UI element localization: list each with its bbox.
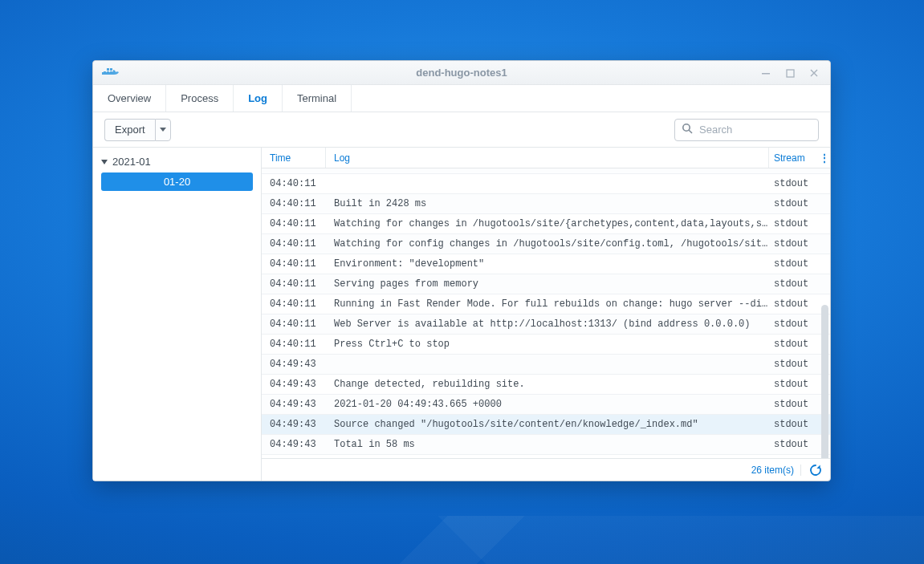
svg-rect-3 [107, 68, 109, 71]
log-cell-message: Total in 58 ms [326, 439, 769, 450]
item-count-label: 26 item(s) [751, 465, 801, 476]
log-cell-stream: stdout [769, 298, 819, 310]
log-cell-message: Built in 2428 ms [326, 198, 769, 209]
date-side-panel: 2021-01 01-20 [93, 148, 262, 481]
log-row[interactable]: 04:40:11Watching for config changes in /… [262, 234, 830, 254]
log-cell-message: Source changed "/hugotools/site/content/… [326, 419, 769, 430]
log-row[interactable]: 04:49:43Total in 58 msstdout [262, 435, 830, 455]
log-cell-time: 04:40:11 [262, 238, 326, 250]
log-cell-message: Watching for config changes in /hugotool… [326, 238, 769, 250]
log-cell-time: 04:49:43 [262, 419, 326, 430]
scrollbar-track[interactable] [820, 168, 828, 458]
log-cell-message: Watching for changes in /hugotools/site/… [326, 218, 769, 229]
tab-overview[interactable]: Overview [93, 85, 166, 112]
log-cell-stream: stdout [769, 218, 819, 229]
tree-day-selected[interactable]: 01-20 [101, 172, 253, 191]
log-cell-time: 04:40:11 [262, 298, 326, 310]
log-row[interactable]: 04:40:11Web Server is available at http:… [262, 314, 830, 335]
log-cell-time: 04:40:11 [262, 178, 326, 189]
export-dropdown[interactable] [155, 119, 171, 141]
window-title: dend-hugo-notes1 [93, 67, 830, 79]
log-row[interactable]: 04:40:11Built in 2428 msstdout [262, 194, 830, 214]
log-row[interactable]: 04:40:11stdout [262, 174, 830, 194]
refresh-button[interactable] [809, 464, 822, 477]
log-cell-stream: stdout [769, 379, 819, 390]
log-cell-message: Press Ctrl+C to stop [326, 339, 769, 350]
log-cell-time: 04:49:43 [262, 439, 326, 450]
log-cell-stream: stdout [769, 319, 819, 330]
log-cell-stream: stdout [769, 238, 819, 250]
scrollbar-thumb[interactable] [821, 305, 828, 458]
log-cell-stream: stdout [769, 258, 819, 270]
log-cell-message: Web Server is available at http://localh… [326, 319, 769, 330]
log-cell-time: 04:40:11 [262, 218, 326, 229]
log-row[interactable]: 04:49:43Source changed "/hugotools/site/… [262, 415, 830, 435]
svg-rect-5 [762, 73, 770, 75]
log-cell-time: 04:49:43 [262, 379, 326, 390]
log-row[interactable]: 04:40:11Press Ctrl+C to stopstdout [262, 335, 830, 355]
tree-month-label: 2021-01 [112, 156, 151, 168]
minimize-button[interactable] [755, 64, 777, 82]
log-cell-message: Running in Fast Render Mode. For full re… [326, 298, 769, 310]
log-cell-time: 04:49:43 [262, 399, 326, 410]
log-cell-stream: stdout [769, 278, 819, 290]
log-toolbar: Export [93, 112, 830, 148]
log-cell-stream: stdout [769, 339, 819, 350]
column-menu-button[interactable]: ⋮ [819, 148, 830, 168]
svg-rect-4 [110, 68, 112, 71]
log-cell-stream: stdout [769, 419, 819, 430]
log-row[interactable]: 04:49:43stdout [262, 355, 830, 375]
log-cell-time: 04:40:11 [262, 198, 326, 209]
tab-bar: Overview Process Log Terminal [93, 85, 830, 112]
log-row[interactable]: 04:40:11Watching for changes in /hugotoo… [262, 214, 830, 234]
log-cell-stream: stdout [769, 439, 819, 450]
svg-line-8 [689, 130, 692, 133]
tab-process[interactable]: Process [166, 85, 234, 112]
tree-month-toggle[interactable]: 2021-01 [93, 152, 261, 171]
log-cell-message: Serving pages from memory [326, 278, 769, 290]
log-cell-time: 04:40:11 [262, 258, 326, 270]
docker-icon [101, 65, 120, 81]
log-cell-time: 04:40:11 [262, 339, 326, 350]
svg-point-7 [683, 124, 690, 130]
log-cell-time: 04:40:11 [262, 278, 326, 290]
window-titlebar[interactable]: dend-hugo-notes1 [93, 61, 830, 85]
column-header-stream[interactable]: Stream [769, 148, 819, 168]
search-input[interactable] [698, 123, 812, 136]
log-row[interactable]: 04:49:43Change detected, rebuilding site… [262, 375, 830, 395]
tab-log[interactable]: Log [234, 85, 283, 112]
log-cell-message: 2021-01-20 04:49:43.665 +0000 [326, 399, 769, 410]
export-button[interactable]: Export [104, 119, 155, 141]
log-row[interactable]: 04:40:11Serving pages from memorystdout [262, 274, 830, 294]
search-box[interactable] [674, 119, 819, 141]
log-cell-stream: stdout [769, 198, 819, 209]
column-header-time[interactable]: Time [262, 148, 326, 168]
log-cell-message: Environment: "development" [326, 258, 769, 270]
log-cell-time: 04:40:11 [262, 168, 326, 169]
column-header-log[interactable]: Log [326, 148, 769, 168]
docker-log-window: dend-hugo-notes1 Overview Process Log Te… [92, 60, 831, 481]
log-row[interactable]: 04:49:432021-01-20 04:49:43.665 +0000std… [262, 395, 830, 415]
desktop-background: dend-hugo-notes1 Overview Process Log Te… [0, 0, 924, 564]
log-table-header: Time Log Stream ⋮ [262, 148, 830, 168]
log-cell-stream: stdout [769, 359, 819, 370]
search-icon [682, 123, 693, 137]
log-cell-time: 04:40:11 [262, 319, 326, 330]
log-row[interactable]: 04:40:11Running in Fast Render Mode. For… [262, 294, 830, 314]
log-table-body[interactable]: 04:40:11stdout04:40:11stdout04:40:11Buil… [262, 168, 830, 458]
log-row[interactable]: 04:40:11stdout [262, 168, 830, 174]
log-area: Time Log Stream ⋮ 04:40:11stdout04:40:11… [262, 148, 830, 481]
log-cell-stream: stdout [769, 399, 819, 410]
svg-rect-6 [787, 70, 794, 77]
log-cell-stream: stdout [769, 178, 819, 189]
close-button[interactable] [803, 64, 825, 82]
log-row[interactable]: 04:40:11Environment: "development"stdout [262, 254, 830, 274]
log-cell-time: 04:49:43 [262, 359, 326, 370]
tab-terminal[interactable]: Terminal [283, 85, 352, 112]
maximize-button[interactable] [779, 64, 801, 82]
chevron-down-icon [101, 159, 108, 165]
log-cell-message: Change detected, rebuilding site. [326, 379, 769, 390]
log-cell-stream: stdout [769, 168, 819, 169]
log-status-bar: 26 item(s) [262, 458, 830, 481]
